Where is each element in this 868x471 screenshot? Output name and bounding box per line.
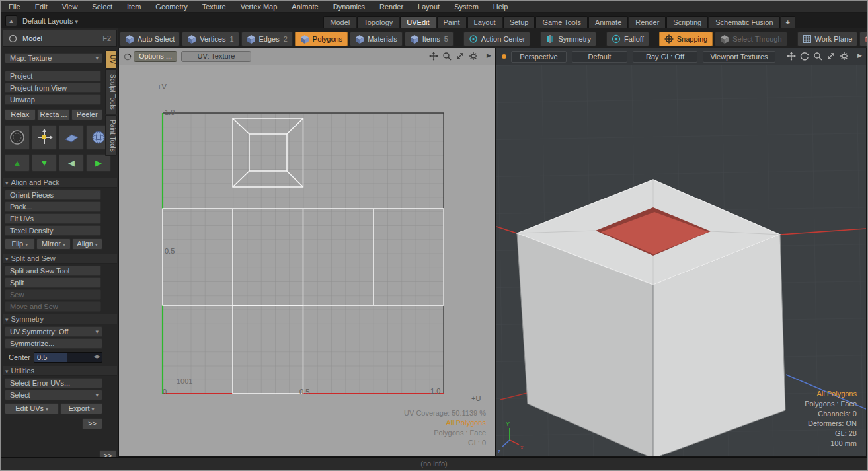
orient-pieces-command[interactable]: Orient Pieces: [5, 190, 101, 200]
menu-animate[interactable]: Animate: [284, 1, 325, 12]
select-dropdown[interactable]: Select ▾: [5, 390, 102, 400]
fit-uvs-command[interactable]: Fit UVs: [5, 213, 101, 224]
auto-select-button[interactable]: Auto Select: [120, 32, 180, 46]
tab-game-tools[interactable]: Game Tools: [535, 16, 588, 28]
unwrap-command[interactable]: Unwrap: [5, 94, 101, 105]
center-value-field[interactable]: ◀▶: [34, 352, 102, 363]
menu-render[interactable]: Render: [372, 1, 411, 12]
menu-item[interactable]: Item: [120, 1, 148, 12]
raygl-dropdown[interactable]: Ray GL: Off: [633, 51, 697, 63]
selection-sets-button[interactable]: Selection Sets: [859, 32, 868, 46]
align-pack-section-header[interactable]: ▾Align and Pack: [3, 178, 117, 188]
menu-file[interactable]: File: [1, 1, 28, 12]
sidebar-header[interactable]: Model F2: [3, 30, 117, 47]
symmetry-section-header[interactable]: ▾Symmetry: [3, 314, 117, 324]
polygons-mode-button[interactable]: Polygons: [295, 32, 348, 46]
value-spinner-icon[interactable]: ◀▶: [93, 354, 100, 359]
edit-uvs-dropdown[interactable]: Edit UVs ▾: [5, 403, 59, 414]
items-mode-button[interactable]: Items 5: [405, 32, 454, 46]
tab-sculpt-tools[interactable]: Sculpt Tools: [105, 69, 117, 114]
texel-density-command[interactable]: Texel Density: [5, 225, 101, 236]
tab-schematic-fusion[interactable]: Schematic Fusion: [709, 16, 779, 28]
menu-select[interactable]: Select: [85, 1, 120, 12]
flip-dropdown[interactable]: Flip ▾: [5, 238, 35, 250]
peeler-button[interactable]: Peeler: [71, 109, 102, 120]
default-layouts-dropdown[interactable]: Default Layouts ▾: [22, 16, 81, 27]
work-plane-button[interactable]: Work Plane: [797, 32, 858, 46]
action-center-button[interactable]: Action Center: [463, 32, 531, 46]
menu-vertex-map[interactable]: Vertex Map: [233, 1, 285, 12]
gear-icon[interactable]: [469, 52, 478, 61]
orbit-icon[interactable]: [800, 52, 809, 61]
tab-paint-tools[interactable]: Paint Tools: [105, 115, 117, 157]
viewport-active-indicator-icon[interactable]: [502, 54, 506, 59]
relax-button[interactable]: Relax: [5, 109, 36, 120]
expand-panel-button[interactable]: >>: [82, 418, 102, 429]
select-error-uvs-command[interactable]: Select Error UVs...: [5, 378, 102, 388]
uv-projection-tool-button[interactable]: [5, 125, 30, 150]
pin-layout-icon[interactable]: ▲: [5, 15, 17, 26]
transform-uv-tool-button[interactable]: [32, 125, 57, 150]
project-command[interactable]: Project: [5, 71, 101, 81]
sew-command[interactable]: Sew: [5, 289, 101, 300]
menu-texture[interactable]: Texture: [195, 1, 233, 12]
map-texture-dropdown[interactable]: Map: Texture ▾: [5, 53, 102, 63]
uv-options-button[interactable]: Options ...: [134, 51, 177, 62]
tab-render[interactable]: Render: [629, 16, 666, 28]
move-and-sew-command[interactable]: Move and Sew: [5, 301, 101, 312]
shift-uv-up-button[interactable]: ▲: [5, 154, 30, 172]
symmetrize-command[interactable]: Symmetrize...: [5, 338, 102, 349]
gear-icon[interactable]: [840, 52, 849, 61]
uv-texture-tab[interactable]: UV: Texture: [181, 51, 251, 62]
menu-dynamics[interactable]: Dynamics: [326, 1, 372, 12]
add-layout-tab-button[interactable]: +: [781, 16, 795, 28]
center-value-input[interactable]: [37, 353, 77, 362]
pan-icon[interactable]: [787, 52, 796, 61]
shift-uv-down-button[interactable]: ▼: [32, 154, 57, 172]
viewport-textures-dropdown[interactable]: Viewport Textures: [703, 51, 775, 63]
tab-animate[interactable]: Animate: [588, 16, 628, 28]
tab-uv-tools[interactable]: UV: [105, 50, 117, 69]
menu-geometry[interactable]: Geometry: [148, 1, 194, 12]
menu-edit[interactable]: Edit: [28, 1, 55, 12]
panel-menu-icon[interactable]: [124, 53, 132, 61]
uv-plane-tool-button[interactable]: [59, 125, 84, 150]
tab-paint[interactable]: Paint: [437, 16, 467, 28]
panel-expand-icon[interactable]: ▶: [857, 52, 862, 59]
uv-canvas[interactable]: [119, 65, 495, 456]
pack-command[interactable]: Pack...: [5, 201, 101, 212]
edges-mode-button[interactable]: Edges 2: [241, 32, 293, 46]
zoom-icon[interactable]: [442, 52, 452, 61]
pan-icon[interactable]: [429, 52, 438, 61]
falloff-button[interactable]: Falloff: [606, 32, 649, 46]
menu-help[interactable]: Help: [486, 1, 516, 12]
uv-symmetry-dropdown[interactable]: UV Symmetry: Off ▾: [5, 326, 102, 337]
mirror-dropdown[interactable]: Mirror ▾: [36, 238, 71, 250]
tab-layout[interactable]: Layout: [467, 16, 502, 28]
project-from-view-command[interactable]: Project from View: [5, 83, 101, 93]
cube-mesh[interactable]: [517, 180, 785, 456]
maximize-icon[interactable]: [455, 52, 465, 61]
vertices-mode-button[interactable]: Vertices 1: [182, 32, 239, 46]
utilities-section-header[interactable]: ▾Utilities: [3, 366, 117, 376]
menu-view[interactable]: View: [55, 1, 85, 12]
perspective-dropdown[interactable]: Perspective: [511, 51, 567, 63]
materials-mode-button[interactable]: Materials: [350, 32, 403, 46]
symmetry-button[interactable]: Symmetry: [540, 32, 596, 46]
snapping-button[interactable]: Snapping: [659, 32, 713, 46]
tab-scripting[interactable]: Scripting: [666, 16, 708, 28]
align-dropdown[interactable]: Align ▾: [72, 238, 102, 250]
3d-canvas[interactable]: Y x z: [496, 65, 866, 456]
tab-uvedit[interactable]: UVEdit: [400, 16, 436, 28]
shading-default-dropdown[interactable]: Default: [572, 51, 627, 63]
split-and-sew-tool-command[interactable]: Split and Sew Tool: [5, 266, 101, 276]
zoom-icon[interactable]: [813, 52, 822, 61]
rectangle-button[interactable]: Recta ...: [37, 109, 71, 120]
shift-uv-left-button[interactable]: ◀: [59, 154, 84, 172]
select-through-button[interactable]: Select Through: [715, 32, 787, 46]
menu-system[interactable]: System: [447, 1, 486, 12]
split-command[interactable]: Split: [5, 277, 101, 288]
menu-layout[interactable]: Layout: [411, 1, 447, 12]
maximize-icon[interactable]: [826, 52, 836, 61]
tab-setup[interactable]: Setup: [503, 16, 535, 28]
